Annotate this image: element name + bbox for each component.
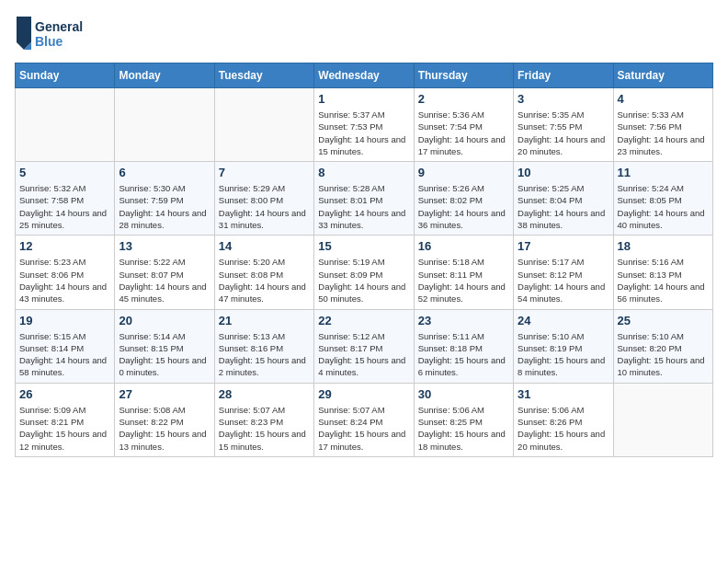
- day-number: 8: [318, 166, 409, 179]
- calendar-cell: 3Sunrise: 5:35 AM Sunset: 7:55 PM Daylig…: [514, 88, 613, 162]
- day-info: Sunrise: 5:18 AM Sunset: 8:11 PM Dayligh…: [418, 256, 509, 304]
- day-info: Sunrise: 5:12 AM Sunset: 8:17 PM Dayligh…: [318, 330, 409, 379]
- day-info: Sunrise: 5:06 AM Sunset: 8:25 PM Dayligh…: [418, 404, 509, 453]
- calendar-cell: 23Sunrise: 5:11 AM Sunset: 8:18 PM Dayli…: [414, 309, 513, 383]
- calendar-cell: [214, 88, 313, 162]
- calendar-cell: 27Sunrise: 5:08 AM Sunset: 8:22 PM Dayli…: [115, 383, 214, 456]
- day-info: Sunrise: 5:15 AM Sunset: 8:14 PM Dayligh…: [19, 330, 110, 379]
- day-info: Sunrise: 5:30 AM Sunset: 7:59 PM Dayligh…: [119, 182, 210, 231]
- calendar-cell: 16Sunrise: 5:18 AM Sunset: 8:11 PM Dayli…: [414, 236, 513, 309]
- day-info: Sunrise: 5:28 AM Sunset: 8:01 PM Dayligh…: [318, 182, 409, 231]
- day-info: Sunrise: 5:10 AM Sunset: 8:19 PM Dayligh…: [518, 330, 609, 379]
- day-info: Sunrise: 5:36 AM Sunset: 7:54 PM Dayligh…: [418, 109, 509, 157]
- calendar-cell: 30Sunrise: 5:06 AM Sunset: 8:25 PM Dayli…: [414, 383, 513, 456]
- day-number: 29: [318, 387, 409, 401]
- day-info: Sunrise: 5:29 AM Sunset: 8:00 PM Dayligh…: [219, 182, 310, 231]
- header-day-saturday: Saturday: [613, 63, 712, 88]
- day-info: Sunrise: 5:11 AM Sunset: 8:18 PM Dayligh…: [418, 330, 509, 379]
- day-number: 25: [618, 314, 709, 327]
- day-number: 28: [219, 387, 310, 401]
- day-info: Sunrise: 5:26 AM Sunset: 8:02 PM Dayligh…: [418, 182, 509, 231]
- day-info: Sunrise: 5:20 AM Sunset: 8:08 PM Dayligh…: [219, 256, 310, 304]
- week-row-3: 12Sunrise: 5:23 AM Sunset: 8:06 PM Dayli…: [16, 236, 713, 309]
- day-number: 15: [318, 239, 409, 253]
- week-row-1: 1Sunrise: 5:37 AM Sunset: 7:53 PM Daylig…: [16, 88, 713, 162]
- calendar-cell: [16, 88, 115, 162]
- calendar-cell: [115, 88, 214, 162]
- day-number: 20: [119, 314, 210, 327]
- calendar-table: SundayMondayTuesdayWednesdayThursdayFrid…: [15, 63, 713, 457]
- header-day-wednesday: Wednesday: [314, 63, 414, 88]
- week-row-4: 19Sunrise: 5:15 AM Sunset: 8:14 PM Dayli…: [16, 309, 713, 383]
- day-info: Sunrise: 5:22 AM Sunset: 8:07 PM Dayligh…: [119, 256, 210, 304]
- day-number: 17: [518, 239, 609, 253]
- week-row-5: 26Sunrise: 5:09 AM Sunset: 8:21 PM Dayli…: [16, 383, 713, 456]
- day-info: Sunrise: 5:37 AM Sunset: 7:53 PM Dayligh…: [318, 109, 409, 157]
- page-header: GeneralBlue: [15, 15, 713, 52]
- day-info: Sunrise: 5:17 AM Sunset: 8:12 PM Dayligh…: [518, 256, 609, 304]
- calendar-cell: 21Sunrise: 5:13 AM Sunset: 8:16 PM Dayli…: [214, 309, 313, 383]
- calendar-cell: 5Sunrise: 5:32 AM Sunset: 7:58 PM Daylig…: [16, 162, 115, 236]
- calendar-cell: 19Sunrise: 5:15 AM Sunset: 8:14 PM Dayli…: [16, 309, 115, 383]
- calendar-cell: 25Sunrise: 5:10 AM Sunset: 8:20 PM Dayli…: [613, 309, 712, 383]
- day-info: Sunrise: 5:23 AM Sunset: 8:06 PM Dayligh…: [19, 256, 110, 304]
- logo-svg: GeneralBlue: [15, 15, 88, 52]
- day-info: Sunrise: 5:06 AM Sunset: 8:26 PM Dayligh…: [518, 404, 609, 453]
- day-number: 16: [418, 239, 509, 253]
- day-number: 13: [119, 239, 210, 253]
- calendar-cell: [613, 383, 712, 456]
- calendar-cell: 4Sunrise: 5:33 AM Sunset: 7:56 PM Daylig…: [613, 88, 712, 162]
- day-number: 31: [518, 387, 609, 401]
- day-number: 7: [219, 166, 310, 179]
- calendar-cell: 12Sunrise: 5:23 AM Sunset: 8:06 PM Dayli…: [16, 236, 115, 309]
- day-number: 27: [119, 387, 210, 401]
- calendar-cell: 6Sunrise: 5:30 AM Sunset: 7:59 PM Daylig…: [115, 162, 214, 236]
- day-info: Sunrise: 5:19 AM Sunset: 8:09 PM Dayligh…: [318, 256, 409, 304]
- header-day-sunday: Sunday: [16, 63, 115, 88]
- calendar-cell: 11Sunrise: 5:24 AM Sunset: 8:05 PM Dayli…: [613, 162, 712, 236]
- calendar-header: SundayMondayTuesdayWednesdayThursdayFrid…: [16, 63, 713, 88]
- day-info: Sunrise: 5:24 AM Sunset: 8:05 PM Dayligh…: [618, 182, 709, 231]
- calendar-cell: 26Sunrise: 5:09 AM Sunset: 8:21 PM Dayli…: [16, 383, 115, 456]
- svg-text:General: General: [35, 19, 83, 34]
- day-info: Sunrise: 5:35 AM Sunset: 7:55 PM Dayligh…: [518, 109, 609, 157]
- day-info: Sunrise: 5:07 AM Sunset: 8:23 PM Dayligh…: [219, 404, 310, 453]
- day-number: 21: [219, 314, 310, 327]
- header-day-monday: Monday: [115, 63, 214, 88]
- calendar-cell: 15Sunrise: 5:19 AM Sunset: 8:09 PM Dayli…: [314, 236, 414, 309]
- calendar-cell: 29Sunrise: 5:07 AM Sunset: 8:24 PM Dayli…: [314, 383, 414, 456]
- day-info: Sunrise: 5:25 AM Sunset: 8:04 PM Dayligh…: [518, 182, 609, 231]
- calendar-cell: 1Sunrise: 5:37 AM Sunset: 7:53 PM Daylig…: [314, 88, 414, 162]
- day-number: 26: [19, 387, 110, 401]
- week-row-2: 5Sunrise: 5:32 AM Sunset: 7:58 PM Daylig…: [16, 162, 713, 236]
- calendar-cell: 17Sunrise: 5:17 AM Sunset: 8:12 PM Dayli…: [514, 236, 613, 309]
- day-number: 10: [518, 166, 609, 179]
- calendar-cell: 7Sunrise: 5:29 AM Sunset: 8:00 PM Daylig…: [214, 162, 313, 236]
- day-number: 19: [19, 314, 110, 327]
- day-info: Sunrise: 5:10 AM Sunset: 8:20 PM Dayligh…: [618, 330, 709, 379]
- calendar-cell: 22Sunrise: 5:12 AM Sunset: 8:17 PM Dayli…: [314, 309, 414, 383]
- day-info: Sunrise: 5:33 AM Sunset: 7:56 PM Dayligh…: [618, 109, 709, 157]
- calendar-cell: 31Sunrise: 5:06 AM Sunset: 8:26 PM Dayli…: [514, 383, 613, 456]
- calendar-cell: 8Sunrise: 5:28 AM Sunset: 8:01 PM Daylig…: [314, 162, 414, 236]
- day-number: 23: [418, 314, 509, 327]
- calendar-cell: 14Sunrise: 5:20 AM Sunset: 8:08 PM Dayli…: [214, 236, 313, 309]
- day-number: 2: [418, 92, 509, 106]
- day-info: Sunrise: 5:14 AM Sunset: 8:15 PM Dayligh…: [119, 330, 210, 379]
- calendar-cell: 20Sunrise: 5:14 AM Sunset: 8:15 PM Dayli…: [115, 309, 214, 383]
- calendar-cell: 28Sunrise: 5:07 AM Sunset: 8:23 PM Dayli…: [214, 383, 313, 456]
- day-number: 30: [418, 387, 509, 401]
- day-info: Sunrise: 5:16 AM Sunset: 8:13 PM Dayligh…: [618, 256, 709, 304]
- calendar-cell: 10Sunrise: 5:25 AM Sunset: 8:04 PM Dayli…: [514, 162, 613, 236]
- day-number: 12: [19, 239, 110, 253]
- day-number: 24: [518, 314, 609, 327]
- calendar-cell: 9Sunrise: 5:26 AM Sunset: 8:02 PM Daylig…: [414, 162, 513, 236]
- day-number: 5: [19, 166, 110, 179]
- day-number: 22: [318, 314, 409, 327]
- day-info: Sunrise: 5:32 AM Sunset: 7:58 PM Dayligh…: [19, 182, 110, 231]
- calendar-cell: 13Sunrise: 5:22 AM Sunset: 8:07 PM Dayli…: [115, 236, 214, 309]
- day-info: Sunrise: 5:09 AM Sunset: 8:21 PM Dayligh…: [19, 404, 110, 453]
- day-info: Sunrise: 5:13 AM Sunset: 8:16 PM Dayligh…: [219, 330, 310, 379]
- day-number: 9: [418, 166, 509, 179]
- day-number: 3: [518, 92, 609, 106]
